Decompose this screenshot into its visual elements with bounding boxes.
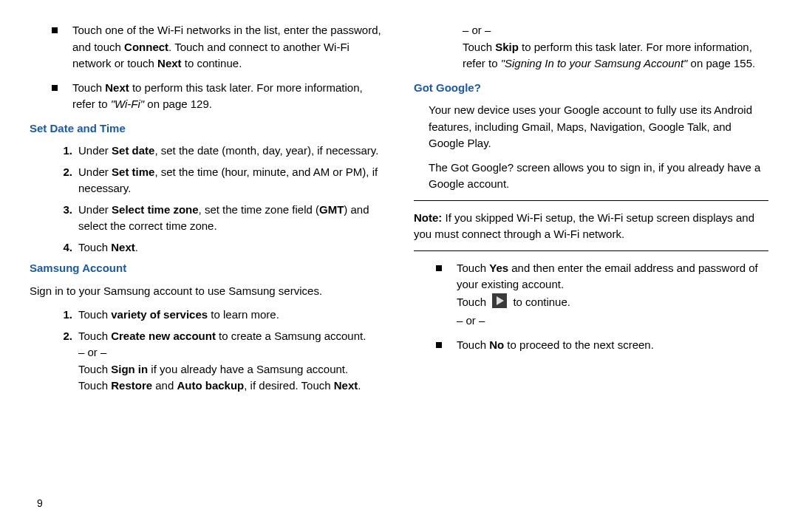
text: to proceed to the next screen. <box>504 338 654 351</box>
signing-in-ref: "Signing In to your Samsung Account" <box>501 57 688 69</box>
text: to create a Samsung account. <box>216 330 366 342</box>
text: Touch <box>78 363 111 375</box>
text: Touch <box>457 262 489 274</box>
text: and <box>152 379 177 392</box>
text: Under <box>78 166 112 178</box>
variety-of-services-label: variety of services <box>111 308 208 321</box>
select-time-zone-label: Select time zone <box>112 203 199 216</box>
step-number: 3. <box>30 202 72 235</box>
text: if you already have a Samsung account. <box>148 363 348 375</box>
step-number: 1. <box>30 143 72 160</box>
right-column: – or – Touch Skip to perform this task l… <box>414 22 768 517</box>
text: Touch <box>78 379 111 392</box>
google-para-2: The Got Google? screen allows you to sig… <box>429 160 768 193</box>
wifi-bullet-1: Touch one of the Wi-Fi networks in the l… <box>30 22 384 72</box>
text: Touch <box>457 338 489 351</box>
sa-step-1: 1. Touch variety of services to learn mo… <box>30 307 384 324</box>
bullet-square-icon <box>52 27 58 33</box>
step-3: 3. Under Select time zone, set the time … <box>30 202 384 235</box>
text: Touch <box>78 241 111 253</box>
note-label: Note: <box>414 211 442 224</box>
create-new-account-label: Create new account <box>111 330 216 342</box>
skip-label: Skip <box>495 41 519 53</box>
restore-label: Restore <box>111 379 152 392</box>
no-label: No <box>489 338 504 351</box>
bullet-square-icon <box>52 85 58 91</box>
separator <box>414 200 768 201</box>
google-para-1: Your new device uses your Google account… <box>429 102 768 152</box>
next-label: Next <box>157 57 182 69</box>
text: Touch <box>72 81 105 94</box>
wifi-bullet-2: Touch Next to perform this task later. F… <box>30 80 384 113</box>
step-number: 2. <box>30 164 72 197</box>
bullet-square-icon <box>436 342 442 348</box>
text: on page 129. <box>144 98 212 110</box>
step-1: 1. Under Set date, set the date (month, … <box>30 143 384 160</box>
text: to continue. <box>513 296 570 308</box>
heading-set-date-time: Set Date and Time <box>30 120 384 137</box>
heading-samsung-account: Samsung Account <box>30 260 384 277</box>
auto-backup-label: Auto backup <box>177 379 244 392</box>
sa-step-2: 2. Touch Create new account to create a … <box>30 328 384 395</box>
next-label: Next <box>111 241 135 253</box>
google-bullet-2: Touch No to proceed to the next screen. <box>414 337 768 354</box>
text: Touch <box>457 296 489 308</box>
text: to learn more. <box>208 308 279 321</box>
next-label: Next <box>105 81 129 94</box>
step-number: 2. <box>30 328 72 395</box>
or-text: – or – <box>463 22 768 39</box>
wifi-ref: "Wi-Fi" <box>111 98 145 110</box>
text: Touch <box>78 308 111 321</box>
text: Under <box>78 203 112 216</box>
text: , if desired. Touch <box>244 379 333 392</box>
note-text: If you skipped Wi-Fi setup, the Wi-Fi se… <box>414 211 754 241</box>
sign-in-label: Sign in <box>111 363 148 375</box>
step-4: 4. Touch Next. <box>30 239 384 256</box>
text: , set the time zone field ( <box>199 203 319 216</box>
text: to continue. <box>182 57 242 69</box>
play-arrow-icon <box>492 293 507 313</box>
google-bullet-1: Touch Yes and then enter the email addre… <box>414 260 768 330</box>
text: . <box>135 241 138 253</box>
yes-label: Yes <box>489 262 508 274</box>
separator <box>414 250 768 251</box>
next-label: Next <box>334 379 358 392</box>
set-date-label: Set date <box>112 144 154 157</box>
text: on page 155. <box>687 57 755 69</box>
page-number: 9 <box>37 497 43 509</box>
heading-got-google: Got Google? <box>414 80 768 97</box>
bullet-square-icon <box>436 265 442 271</box>
set-time-label: Set time <box>112 166 154 178</box>
or-text: – or – <box>457 313 768 330</box>
gmt-label: GMT <box>319 203 344 216</box>
or-text: – or – <box>78 344 384 361</box>
left-column: Touch one of the Wi-Fi networks in the l… <box>30 22 384 517</box>
text: Touch <box>463 41 495 53</box>
step-2: 2. Under Set time, set the time (hour, m… <box>30 164 384 197</box>
samsung-account-intro: Sign in to your Samsung account to use S… <box>30 283 384 300</box>
connect-label: Connect <box>124 41 168 53</box>
step-number: 4. <box>30 239 72 256</box>
text: Touch <box>78 330 111 342</box>
text: , set the date (month, day, year), if ne… <box>154 144 378 157</box>
text: . <box>358 379 361 392</box>
note-block: Note: If you skipped Wi-Fi setup, the Wi… <box>414 210 768 243</box>
text: Under <box>78 144 112 157</box>
step-number: 1. <box>30 307 72 324</box>
